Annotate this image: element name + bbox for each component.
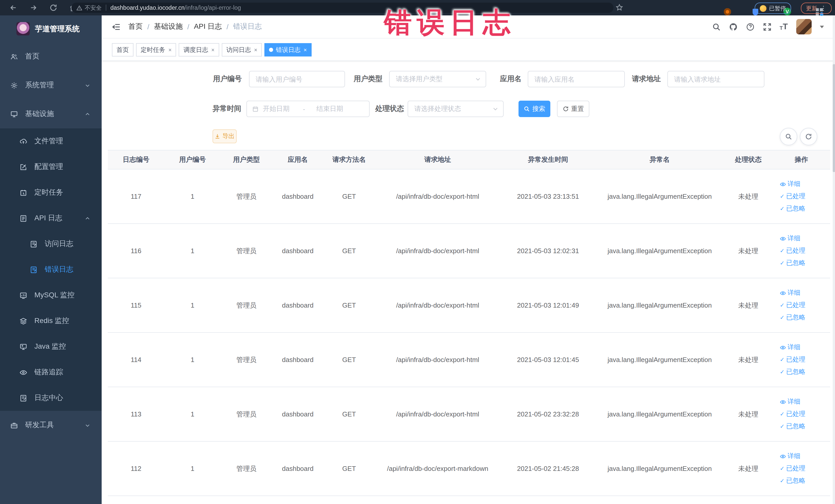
request-url-input[interactable] [668,75,764,83]
download-icon [215,134,220,139]
search-icon[interactable] [712,22,720,31]
browser-menu-icon[interactable]: ⋮ [820,5,827,12]
refresh-table-button[interactable] [800,128,817,145]
scrollbar[interactable] [833,15,835,504]
sidebar-item-error-log[interactable]: 错误日志 [0,257,102,282]
detail-link[interactable]: 详细 [780,180,800,188]
search-button[interactable]: 搜索 [518,101,550,117]
export-button[interactable]: 导出 [212,129,237,143]
breadcrumb-infrastructure[interactable]: 基础设施 [154,22,183,31]
cell-request-url: /api/infra/db-doc/export-html [375,356,501,364]
chevron-down-icon [492,106,498,112]
app-name-input[interactable] [528,75,624,83]
emoji-avatar-icon [760,5,767,12]
detail-link[interactable]: 详细 [780,234,800,243]
sidebar-item-mysql-monitor[interactable]: MySQL 监控 [0,282,102,308]
app-logo-row[interactable]: 芋道管理系统 [0,15,102,42]
close-icon[interactable]: × [304,47,307,53]
sidebar-item-system-management[interactable]: 系统管理 [0,71,102,100]
sidebar-item-scheduled-tasks[interactable]: 定时任务 [0,180,102,205]
mark-processed-link[interactable]: ✓ 已处理 [780,410,805,419]
address-bar[interactable]: 不安全 dashboard.yudao.iocoder.cn/infra/log… [72,3,613,13]
sidebar-item-api-log[interactable]: API 日志 [0,205,102,231]
bookmark-star-button[interactable] [615,4,623,13]
tab-schedule-log[interactable]: 调度日志× [179,43,219,57]
chrome-update-chip[interactable]: 更新 ⋮ [801,3,832,14]
app-logo [16,22,30,36]
close-icon[interactable]: × [168,47,172,53]
sidebar-item-redis-monitor[interactable]: Redis 监控 [0,308,102,334]
breadcrumb-api-log[interactable]: API 日志 [194,22,222,31]
detail-link[interactable]: 详细 [780,452,800,461]
reload-icon [49,4,58,12]
detail-link[interactable]: 详细 [780,398,800,406]
sidebar-item-dev-tools[interactable]: 研发工具 [0,411,102,440]
table-body: 117 1 管理员 dashboard GET /api/infra/db-do… [108,169,830,496]
tab-label: 调度日志 [184,45,208,54]
reload-button[interactable] [47,1,60,14]
toggle-search-button[interactable] [780,128,797,145]
tab-home[interactable]: 首页 [112,43,134,57]
font-size-icon[interactable]: TT [779,23,788,31]
cell-user-id: 1 [164,301,221,309]
cell-user-id: 1 [164,247,221,255]
mark-ignored-link[interactable]: ✓ 已忽略 [780,422,805,431]
cell-exception-time: 2021-05-02 23:32:28 [501,410,595,418]
mark-ignored-link[interactable]: ✓ 已忽略 [780,368,805,377]
tab-error-log[interactable]: 错误日志× [265,43,312,57]
sidebar-item-config-management[interactable]: 配置管理 [0,154,102,180]
tab-access-log[interactable]: 访问日志× [222,43,262,57]
sidebar-item-label: 配置管理 [34,162,63,172]
github-icon[interactable] [729,22,737,31]
mark-processed-link[interactable]: ✓ 已处理 [780,192,805,201]
mark-ignored-link[interactable]: ✓ 已忽略 [780,204,805,213]
tab-label: 访问日志 [226,45,251,54]
cell-actions: 详细 ✓ 已处理 ✓ 已忽略 [773,343,830,377]
detail-link[interactable]: 详细 [780,343,800,352]
table-row: 116 1 管理员 dashboard GET /api/infra/db-do… [108,224,830,278]
back-button[interactable] [7,1,20,14]
fullscreen-icon[interactable] [762,22,771,31]
forward-button[interactable] [27,1,40,14]
star-icon [615,4,623,11]
sidebar-item-trace[interactable]: 链路追踪 [0,360,102,385]
mark-ignored-link[interactable]: ✓ 已忽略 [780,477,805,485]
profile-paused-chip[interactable]: 已暂停 [755,3,791,14]
scrollbar-thumb[interactable] [833,64,835,172]
close-icon[interactable]: × [211,47,215,53]
mark-ignored-link[interactable]: ✓ 已忽略 [780,313,805,322]
cell-exception-time: 2021-05-03 12:02:31 [501,247,595,255]
sidebar-item-label: 首页 [25,52,40,61]
mark-processed-link[interactable]: ✓ 已处理 [780,355,805,364]
user-type-select[interactable]: 请选择用户类型 [389,71,486,87]
sidebar-item-access-log[interactable]: 访问日志 [0,231,102,257]
action-label: 详细 [788,234,800,243]
mark-ignored-link[interactable]: ✓ 已忽略 [780,259,805,267]
date-range-picker[interactable]: 开始日期 - 结束日期 [246,101,370,117]
tab-scheduled-tasks[interactable]: 定时任务× [136,43,176,57]
filter-user-type: 用户类型 请选择用户类型 [348,71,486,87]
reset-button[interactable]: 重置 [557,101,589,117]
extension-adblock-icon[interactable] [724,8,732,16]
eye-icon [780,236,786,242]
mark-processed-link[interactable]: ✓ 已处理 [780,301,805,310]
process-status-select[interactable]: 请选择处理状态 [408,101,504,117]
mark-processed-link[interactable]: ✓ 已处理 [780,246,805,255]
cell-exception-name: java.lang.IllegalArgumentException [595,247,724,255]
user-avatar[interactable] [796,19,811,35]
sidebar-fold-icon[interactable] [112,23,121,31]
close-icon[interactable]: × [254,47,258,53]
sidebar-item-infrastructure[interactable]: 基础设施 [0,100,102,128]
detail-link[interactable]: 详细 [780,288,800,297]
user-id-input[interactable] [249,75,345,83]
sidebar-item-file-management[interactable]: 文件管理 [0,128,102,154]
action-label: 已处理 [786,246,805,255]
mark-processed-link[interactable]: ✓ 已处理 [780,464,805,473]
help-icon[interactable] [746,22,754,31]
end-date-placeholder: 结束日期 [317,104,343,114]
breadcrumb-home[interactable]: 首页 [128,22,143,31]
avatar-caret-down-icon[interactable] [820,25,824,28]
sidebar-item-log-center[interactable]: 日志中心 [0,385,102,411]
sidebar-item-home[interactable]: 首页 [0,42,102,71]
sidebar-item-java-monitor[interactable]: Java 监控 [0,334,102,360]
